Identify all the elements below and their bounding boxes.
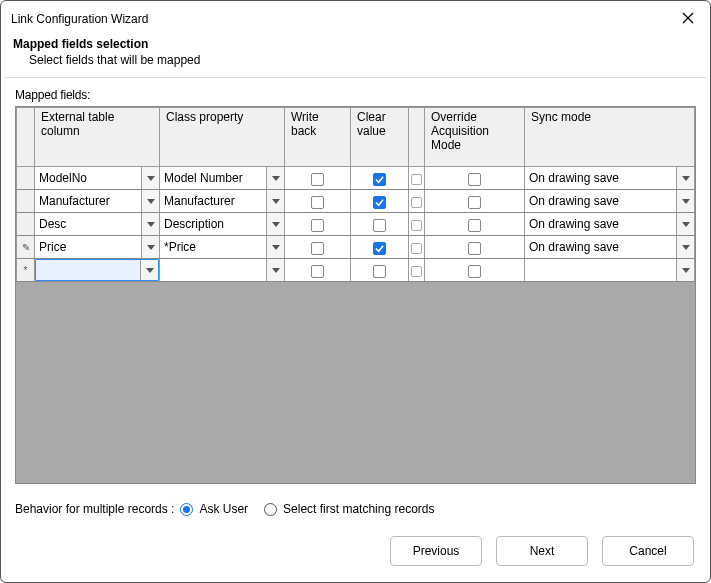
cell-external[interactable]: [35, 259, 159, 281]
aux-checkbox[interactable]: [411, 197, 422, 208]
aux-checkbox[interactable]: [411, 266, 422, 277]
cell-external-text: [36, 260, 140, 280]
cell-external-text: Price: [35, 236, 141, 258]
cell-external-text: Manufacturer: [35, 190, 141, 212]
grid-label: Mapped fields:: [15, 88, 696, 102]
radio-select-first-label[interactable]: Select first matching records: [283, 502, 434, 516]
chevron-down-icon[interactable]: [676, 236, 694, 258]
previous-button[interactable]: Previous: [390, 536, 482, 566]
override-checkbox[interactable]: [468, 265, 481, 278]
table-row: ModelNoModel NumberOn drawing save: [17, 167, 695, 190]
cell-classprop[interactable]: Description: [160, 213, 284, 235]
writeback-checkbox[interactable]: [311, 196, 324, 209]
row-handle[interactable]: [17, 190, 35, 213]
chevron-down-icon[interactable]: [266, 190, 284, 212]
col-override[interactable]: Override Acquisition Mode: [425, 108, 525, 167]
row-handle[interactable]: ✎: [17, 236, 35, 259]
cell-external[interactable]: ModelNo: [35, 167, 159, 189]
clearvalue-checkbox[interactable]: [373, 242, 386, 255]
table-row: *: [17, 259, 695, 282]
clearvalue-checkbox[interactable]: [373, 196, 386, 209]
clearvalue-checkbox[interactable]: [373, 219, 386, 232]
cell-classprop-text: [160, 259, 266, 281]
chevron-down-icon[interactable]: [266, 236, 284, 258]
chevron-down-icon[interactable]: [676, 167, 694, 189]
window-title: Link Configuration Wizard: [11, 12, 148, 26]
radio-ask-user[interactable]: [180, 503, 193, 516]
close-icon: [682, 12, 694, 27]
content-area: Mapped fields: External table column Cla…: [1, 78, 710, 492]
cell-external-text: Desc: [35, 213, 141, 235]
wizard-window: Link Configuration Wizard Mapped fields …: [0, 0, 711, 583]
cell-syncmode-text: On drawing save: [525, 213, 676, 235]
cell-classprop[interactable]: Model Number: [160, 167, 284, 189]
table-row: ✎Price*PriceOn drawing save: [17, 236, 695, 259]
table-row: DescDescriptionOn drawing save: [17, 213, 695, 236]
chevron-down-icon[interactable]: [266, 167, 284, 189]
row-handle[interactable]: [17, 167, 35, 190]
chevron-down-icon[interactable]: [141, 190, 159, 212]
wizard-header: Mapped fields selection Select fields th…: [1, 35, 710, 77]
cell-external[interactable]: Price: [35, 236, 159, 258]
mapped-fields-grid: External table column Class property Wri…: [15, 106, 696, 484]
chevron-down-icon[interactable]: [140, 260, 158, 280]
next-button[interactable]: Next: [496, 536, 588, 566]
col-syncmode[interactable]: Sync mode: [525, 108, 695, 167]
step-subtitle: Select fields that will be mapped: [29, 53, 698, 67]
grid-header-row: External table column Class property Wri…: [17, 108, 695, 167]
col-classprop[interactable]: Class property: [160, 108, 285, 167]
aux-checkbox[interactable]: [411, 174, 422, 185]
chevron-down-icon[interactable]: [141, 213, 159, 235]
cell-external[interactable]: Desc: [35, 213, 159, 235]
col-clearvalue[interactable]: Clear value: [351, 108, 409, 167]
col-tiny[interactable]: [409, 108, 425, 167]
chevron-down-icon[interactable]: [266, 259, 284, 281]
chevron-down-icon[interactable]: [676, 213, 694, 235]
override-checkbox[interactable]: [468, 196, 481, 209]
writeback-checkbox[interactable]: [311, 265, 324, 278]
radio-ask-user-label[interactable]: Ask User: [199, 502, 248, 516]
cell-syncmode[interactable]: On drawing save: [525, 190, 694, 212]
writeback-checkbox[interactable]: [311, 219, 324, 232]
cell-syncmode-text: On drawing save: [525, 236, 676, 258]
cell-syncmode[interactable]: On drawing save: [525, 213, 694, 235]
override-checkbox[interactable]: [468, 173, 481, 186]
cell-external-text: ModelNo: [35, 167, 141, 189]
chevron-down-icon[interactable]: [676, 190, 694, 212]
cell-classprop[interactable]: *Price: [160, 236, 284, 258]
cell-syncmode[interactable]: On drawing save: [525, 236, 694, 258]
override-checkbox[interactable]: [468, 242, 481, 255]
clearvalue-checkbox[interactable]: [373, 265, 386, 278]
behavior-row: Behavior for multiple records : Ask User…: [1, 492, 710, 518]
aux-checkbox[interactable]: [411, 243, 422, 254]
cell-syncmode[interactable]: [525, 259, 694, 281]
radio-select-first[interactable]: [264, 503, 277, 516]
cell-classprop-text: *Price: [160, 236, 266, 258]
cell-syncmode-text: On drawing save: [525, 167, 676, 189]
row-handle[interactable]: [17, 213, 35, 236]
row-handle[interactable]: *: [17, 259, 35, 282]
cell-classprop[interactable]: [160, 259, 284, 281]
chevron-down-icon[interactable]: [266, 213, 284, 235]
writeback-checkbox[interactable]: [311, 242, 324, 255]
aux-checkbox[interactable]: [411, 220, 422, 231]
cancel-button[interactable]: Cancel: [602, 536, 694, 566]
titlebar: Link Configuration Wizard: [1, 1, 710, 35]
cell-classprop[interactable]: Manufacturer: [160, 190, 284, 212]
close-button[interactable]: [676, 7, 700, 31]
override-checkbox[interactable]: [468, 219, 481, 232]
cell-external[interactable]: Manufacturer: [35, 190, 159, 212]
cell-classprop-text: Manufacturer: [160, 190, 266, 212]
col-writeback[interactable]: Write back: [285, 108, 351, 167]
chevron-down-icon[interactable]: [141, 236, 159, 258]
behavior-label: Behavior for multiple records :: [15, 502, 174, 516]
cell-syncmode[interactable]: On drawing save: [525, 167, 694, 189]
chevron-down-icon[interactable]: [676, 259, 694, 281]
col-handle[interactable]: [17, 108, 35, 167]
chevron-down-icon[interactable]: [141, 167, 159, 189]
writeback-checkbox[interactable]: [311, 173, 324, 186]
step-title: Mapped fields selection: [13, 37, 698, 51]
clearvalue-checkbox[interactable]: [373, 173, 386, 186]
col-external[interactable]: External table column: [35, 108, 160, 167]
footer: Previous Next Cancel: [1, 518, 710, 582]
